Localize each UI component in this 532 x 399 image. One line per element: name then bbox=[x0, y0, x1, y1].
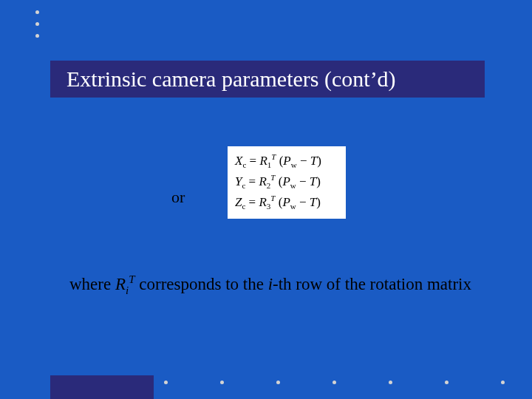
where-line: where RiT corresponds to the i-th row of… bbox=[69, 273, 471, 296]
dot bbox=[164, 381, 168, 384]
equation-line-1: Xc = R1T (Pw − T) bbox=[235, 151, 338, 171]
equation-line-2: Yc = R2T (Pw − T) bbox=[235, 171, 338, 192]
or-label: or bbox=[171, 188, 185, 207]
decorative-dots-vertical bbox=[35, 10, 39, 38]
decorative-dots-horizontal bbox=[164, 381, 505, 384]
dot bbox=[445, 381, 449, 384]
slide-title: Extrinsic camera parameters (cont’d) bbox=[66, 66, 396, 92]
equation-line-3: Zc = R3T (Pw − T) bbox=[235, 192, 338, 213]
dot bbox=[35, 34, 39, 38]
dot bbox=[389, 381, 392, 384]
dot bbox=[276, 381, 280, 384]
dot bbox=[332, 381, 336, 384]
dot bbox=[35, 10, 39, 14]
dot bbox=[35, 22, 39, 26]
dot bbox=[501, 381, 505, 384]
equation-block: Xc = R1T (Pw − T) Yc = R2T (Pw − T) Zc =… bbox=[228, 146, 346, 219]
title-bar: Extrinsic camera parameters (cont’d) bbox=[50, 61, 485, 98]
bottom-accent-block bbox=[50, 375, 154, 399]
dot bbox=[220, 381, 224, 384]
